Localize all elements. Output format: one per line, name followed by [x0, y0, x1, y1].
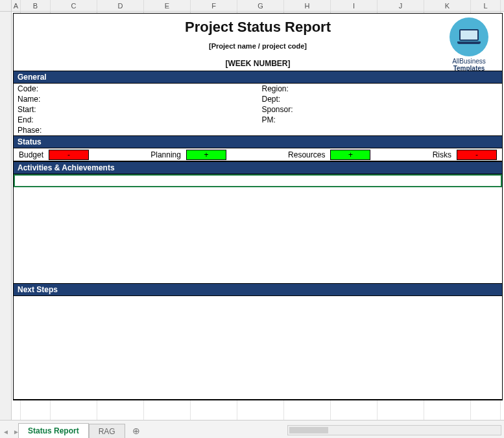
status-label-planning: Planning — [148, 150, 184, 159]
column-header-i[interactable]: I — [331, 0, 378, 11]
select-all-corner[interactable] — [0, 0, 12, 11]
selection-outline — [14, 174, 502, 187]
tab-rag[interactable]: RAG — [89, 424, 125, 438]
label-sponsor: Sponsor: — [258, 104, 503, 115]
report-header: AllBusiness Templates Project Status Rep… — [14, 14, 502, 71]
column-header-b[interactable]: B — [21, 0, 51, 11]
tab-nav-arrows[interactable]: ◄ ► — [3, 428, 19, 435]
section-status: Status — [14, 135, 502, 148]
status-label-budget: Budget — [16, 150, 46, 159]
column-header-f[interactable]: F — [191, 0, 237, 11]
status-box-planning: + — [186, 150, 226, 160]
column-header-c[interactable]: C — [51, 0, 97, 11]
section-next-steps: Next Steps — [14, 283, 502, 296]
worksheet-area[interactable]: AllBusiness Templates Project Status Rep… — [12, 12, 504, 420]
scrollbar-thumb[interactable] — [289, 427, 328, 433]
status-box-resources: + — [330, 150, 370, 160]
column-header-e[interactable]: E — [144, 0, 191, 11]
sheet-tab-strip: ◄ ► Status Report RAG ⊕ — [0, 420, 504, 438]
column-header-j[interactable]: J — [378, 0, 424, 11]
status-label-risks: Risks — [430, 150, 454, 159]
status-indicators: Budget - Planning + Resources + Risks - — [14, 148, 502, 161]
chevron-left-icon[interactable]: ◄ — [3, 428, 9, 435]
report-subtitle: [Project name / project code] — [19, 42, 497, 50]
section-activities: Activities & Achievements — [14, 161, 502, 174]
horizontal-scrollbar[interactable] — [287, 425, 501, 435]
label-pm: PM: — [258, 115, 503, 125]
status-box-risks: - — [457, 150, 497, 160]
brand-logo: AllBusiness Templates — [441, 17, 497, 72]
next-steps-body[interactable] — [14, 296, 502, 400]
label-end: End: — [14, 115, 258, 125]
column-header-g[interactable]: G — [237, 0, 284, 11]
tab-status-report[interactable]: Status Report — [18, 423, 89, 438]
column-header-row: ABCDEFGHIJKL — [0, 0, 504, 12]
activities-body[interactable] — [14, 174, 502, 283]
report-title: Project Status Report — [19, 17, 497, 36]
label-dept: Dept: — [258, 94, 503, 104]
column-header-l[interactable]: L — [471, 0, 501, 11]
column-header-a[interactable]: A — [12, 0, 21, 11]
report-document: AllBusiness Templates Project Status Rep… — [13, 13, 503, 400]
label-phase: Phase: — [14, 125, 502, 135]
column-header-h[interactable]: H — [284, 0, 331, 11]
week-number: [WEEK NUMBER] — [19, 59, 497, 68]
row-header-gutter[interactable] — [0, 12, 12, 420]
column-header-d[interactable]: D — [97, 0, 144, 11]
status-box-budget: - — [49, 150, 89, 160]
plus-icon: ⊕ — [132, 426, 140, 436]
logo-text-line1: AllBusiness — [452, 58, 486, 65]
label-start: Start: — [14, 104, 258, 115]
status-label-resources: Resources — [285, 150, 328, 159]
label-name: Name: — [14, 94, 258, 104]
column-header-k[interactable]: K — [424, 0, 471, 11]
add-sheet-button[interactable]: ⊕ — [129, 424, 143, 438]
label-code: Code: — [14, 84, 258, 94]
laptop-icon — [450, 17, 488, 56]
logo-text-line2: Templates — [453, 65, 485, 72]
label-region: Region: — [258, 84, 503, 94]
section-general: General — [14, 71, 502, 84]
general-fields: Code: Region: Name: Dept: Start: Sponsor… — [14, 84, 502, 135]
